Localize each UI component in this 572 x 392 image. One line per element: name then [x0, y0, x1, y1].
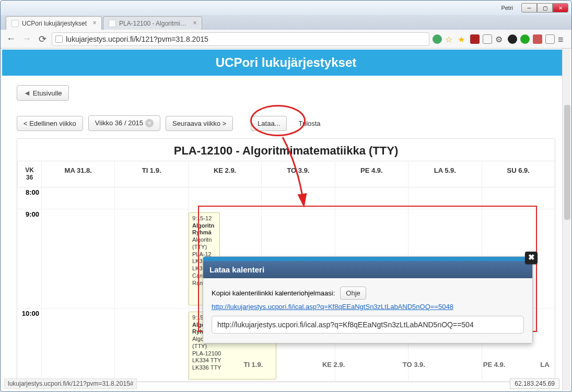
favicon-icon — [11, 20, 19, 27]
chevron-left-icon: ◄ — [24, 89, 31, 97]
calendar-link[interactable]: http://lukujarjestys.ucpori.fi/ical.asp?… — [212, 303, 453, 311]
day-header: SU 6.9. — [482, 161, 555, 187]
day-header: LA 5.9. — [408, 161, 481, 187]
browser-tab-inactive[interactable]: PLA-12100 - Algoritmimat… × — [103, 16, 202, 30]
calendar-url-input[interactable] — [212, 316, 524, 334]
modal-accent-bar — [203, 257, 532, 261]
browser-tab-active[interactable]: UCPori lukujärjestykset × — [6, 16, 102, 30]
download-modal: Lataa kalenteri ✖ Kopioi kalenterilinkki… — [203, 256, 533, 343]
prev-week-button[interactable]: < Edellinen viikko — [17, 116, 83, 131]
browser-tabstrip: UCPori lukujärjestykset × PLA-12100 - Al… — [1, 15, 571, 30]
day-header: KE 2.9. — [188, 161, 261, 187]
extension-icon[interactable] — [433, 34, 442, 44]
next-week-button[interactable]: Seuraava viikko > — [166, 116, 233, 131]
favicon-icon — [109, 20, 116, 27]
menu-icon[interactable]: ≡ — [558, 34, 567, 44]
help-button[interactable]: Ohje — [340, 287, 366, 300]
modal-header: Lataa kalenteri ✖ — [203, 261, 532, 278]
modal-instruction: Kopioi kalenterilinkki kalenteriohjelmaa… — [212, 289, 335, 297]
browser-navbar: ← → ⟳ lukujarjestys.ucpori.fi/k/121?pvm=… — [1, 30, 571, 49]
banner-title: UCPori lukujärjestykset — [216, 55, 356, 70]
modal-title: Lataa kalenteri — [209, 265, 264, 274]
calendar-header-row-duplicate: TI 1.9. KE 2.9. TO 3.9. PE 4.9. LA — [41, 361, 555, 369]
extension-icon[interactable] — [483, 34, 492, 44]
status-bar: lukujarjestys.ucpori.fi/k/121?pvm=31.8.2… — [4, 378, 137, 389]
tab-title: UCPori lukujärjestykset — [22, 20, 87, 27]
modal-close-button[interactable]: ✖ — [525, 252, 538, 264]
nav-forward-button[interactable]: → — [20, 33, 33, 45]
day-header: PE 4.9. — [335, 161, 408, 187]
star-icon[interactable]: ★ — [458, 34, 467, 44]
calendar-title: PLA-12100 - Algoritmimatematiikka (TTY) — [17, 139, 555, 161]
tab-close-icon[interactable]: × — [191, 20, 199, 27]
window-user: Petri — [501, 5, 513, 11]
address-bar[interactable]: lukujarjestys.ucpori.fi/k/121?pvm=31.8.2… — [52, 32, 429, 46]
window-minimize-button[interactable]: ─ — [521, 3, 537, 13]
week-column-header: VK 36 — [17, 161, 41, 187]
extension-icon[interactable] — [520, 34, 530, 44]
scrollbar-thumb[interactable] — [564, 105, 570, 220]
calendar-header-row: VK 36 MA 31.8. TI 1.9. KE 2.9. TO 3.9. P… — [17, 161, 555, 187]
globe-icon — [55, 35, 63, 43]
day-header: TI 1.9. — [114, 161, 188, 187]
download-button[interactable]: Lataa... — [251, 116, 287, 131]
extension-icon[interactable] — [533, 34, 542, 44]
ip-display: 62.183.245.69 — [510, 378, 559, 389]
window-close-button[interactable]: ✕ — [553, 3, 568, 13]
tab-close-icon[interactable]: × — [91, 20, 98, 27]
nav-reload-button[interactable]: ⟳ — [36, 33, 49, 45]
time-column: 8:00 9:00 10:00 — [17, 187, 41, 382]
week-selector-button[interactable]: Viikko 36 / 2015+ — [88, 115, 160, 131]
extension-icon[interactable] — [470, 34, 480, 44]
tab-title: PLA-12100 - Algoritmimat… — [119, 20, 187, 27]
time-label: 10:00 — [17, 308, 41, 382]
plus-icon: + — [145, 119, 154, 127]
address-text: lukujarjestys.ucpori.fi/k/121?pvm=31.8.2… — [66, 35, 208, 43]
extension-icons: ☆ ★ ⚙ ≡ — [433, 34, 567, 44]
window-maximize-button[interactable]: ▢ — [537, 3, 553, 13]
extension-icon[interactable] — [545, 34, 555, 44]
day-header: MA 31.8. — [41, 161, 114, 187]
nav-back-button[interactable]: ← — [5, 33, 17, 45]
extension-icon[interactable] — [508, 34, 517, 44]
page-banner: UCPori lukujärjestykset — [2, 50, 570, 76]
window-titlebar: Petri ─ ▢ ✕ — [1, 1, 571, 15]
print-button[interactable]: Tulosta — [292, 116, 326, 130]
gear-icon[interactable]: ⚙ — [495, 34, 505, 44]
bookmark-star-icon[interactable]: ☆ — [445, 34, 454, 44]
day-header: TO 3.9. — [261, 161, 334, 187]
time-label: 9:00 — [17, 209, 41, 308]
home-button[interactable]: ◄Etusivulle — [17, 85, 69, 101]
time-label: 8:00 — [17, 187, 41, 209]
